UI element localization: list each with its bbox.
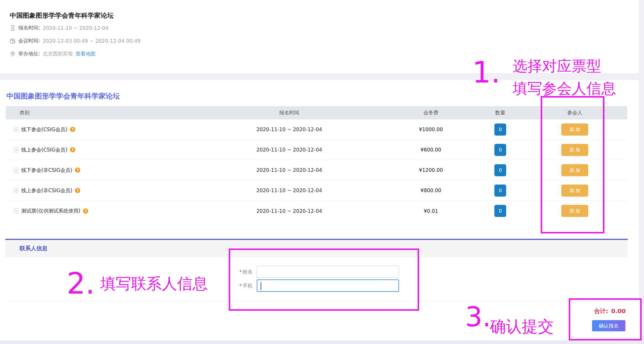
ticket-time: 2020-11-10 ~ 2020-12-04: [195, 167, 384, 173]
confirm-registration-button[interactable]: 确认报名: [592, 320, 625, 331]
address-label: 举办地址:: [18, 50, 40, 57]
table-row: + 线下参会(非CSIG会员) ? 2020-11-10 ~ 2020-12-0…: [6, 160, 627, 180]
total-line: 合计:0.00: [502, 307, 626, 315]
annotation-step1-number: 1.: [472, 58, 500, 87]
signup-time-label: 报名时间:: [18, 24, 40, 31]
add-attendee-button[interactable]: 添 加: [561, 144, 588, 156]
col-header-attendee: 参会人: [522, 109, 627, 116]
signup-time-value: 2020-11-10 ~ 2020-12-04: [43, 25, 109, 31]
contact-name-row: *姓名: [227, 266, 399, 278]
add-attendee-button[interactable]: 添 加: [561, 185, 588, 197]
total-value: 0.00: [611, 307, 626, 315]
address-value: 北京西郊宾馆: [43, 50, 73, 57]
signup-time-row: 报名时间: 2020-11-10 ~ 2020-12-04: [10, 24, 108, 31]
col-header-fee: 会务费: [384, 109, 478, 116]
ticket-fee: ¥800.00: [384, 187, 478, 193]
ticket-time: 2020-11-10 ~ 2020-12-04: [195, 187, 384, 193]
contact-section-header: 联系人信息: [5, 240, 628, 257]
annotation-step3-text: 确认提交: [490, 316, 554, 338]
ticket-table: 类别 报名时间 会务费 数量 参会人 + 线下参会(CSIG会员) ? 2020…: [6, 106, 627, 221]
phone-field-label: *手机: [227, 282, 257, 289]
phone-label-text: 手机: [243, 283, 253, 289]
ticket-category: 线下参会(非CSIG会员): [21, 167, 72, 174]
annotation-step1-line1: 选择对应票型: [513, 55, 616, 77]
meeting-time-row: 会议时间: 2020-12-03 00:49 ~ 2020-12-04 00:4…: [10, 37, 140, 44]
col-header-category: 类别: [6, 109, 195, 116]
ticket-category: 线上参会(CSIG会员): [21, 147, 67, 153]
ticket-category: 线下参会(CSIG会员): [21, 126, 67, 133]
annotation-step1-text: 选择对应票型 填写参会人信息: [513, 55, 616, 100]
annotation-step2-number: 2.: [67, 269, 95, 298]
expand-icon[interactable]: +: [14, 127, 19, 132]
col-header-time: 报名时间: [195, 109, 384, 116]
add-attendee-button[interactable]: 添 加: [561, 164, 588, 176]
help-icon[interactable]: ?: [70, 127, 75, 132]
quantity-badge[interactable]: 0: [494, 144, 506, 156]
footer-band: [0, 340, 644, 344]
ticket-time: 2020-11-10 ~ 2020-12-04: [195, 208, 384, 214]
ticket-category: 测试票(仅供测试系统使用): [21, 208, 80, 214]
ticket-fee: ¥0.01: [384, 208, 478, 214]
ticket-fee: ¥600.00: [384, 147, 478, 153]
help-icon[interactable]: ?: [83, 208, 88, 214]
expand-icon[interactable]: +: [14, 188, 19, 193]
hourglass-icon: [10, 25, 16, 31]
table-row: + 线下参会(CSIG会员) ? 2020-11-10 ~ 2020-12-04…: [6, 119, 627, 140]
name-field-label: *姓名: [227, 269, 257, 275]
annotation-step3-number: 3.: [465, 304, 491, 331]
quantity-badge[interactable]: 0: [494, 205, 506, 217]
event-title: 中国图象图形学学会青年科学家论坛: [10, 11, 114, 20]
ticket-category: 线上参会(非CSIG会员): [21, 187, 72, 194]
location-pin-icon: [10, 51, 16, 57]
table-row: + 线上参会(CSIG会员) ? 2020-11-10 ~ 2020-12-04…: [6, 140, 627, 160]
expand-icon[interactable]: +: [14, 208, 19, 213]
quantity-badge[interactable]: 0: [494, 164, 506, 176]
name-label-text: 姓名: [243, 269, 253, 275]
table-row: + 线上参会(非CSIG会员) ? 2020-11-10 ~ 2020-12-0…: [6, 180, 627, 201]
ticket-time: 2020-11-10 ~ 2020-12-04: [195, 126, 384, 132]
phone-input[interactable]: [257, 279, 399, 292]
help-icon[interactable]: ?: [75, 167, 80, 173]
calendar-icon: [10, 38, 16, 44]
name-input[interactable]: [257, 266, 399, 278]
annotation-step2-text: 填写联系人信息: [100, 274, 208, 294]
ticket-fee: ¥1200.00: [384, 167, 478, 173]
ticket-section-title[interactable]: 中国图象图形学学会青年科学家论坛: [6, 91, 120, 101]
annotation-step1-line2: 填写参会人信息: [513, 77, 616, 100]
view-map-link[interactable]: 查看地图: [76, 50, 96, 57]
help-icon[interactable]: ?: [75, 188, 80, 193]
col-header-qty: 数量: [478, 109, 522, 116]
add-attendee-button[interactable]: 添 加: [561, 205, 588, 217]
required-asterisk: *: [240, 283, 242, 289]
contact-section-title: 联系人信息: [19, 245, 48, 252]
ticket-table-header: 类别 报名时间 会务费 数量 参会人: [6, 106, 627, 119]
total-label: 合计:: [594, 307, 608, 315]
meeting-time-value: 2020-12-03 00:49 ~ 2020-12-04 00:49: [43, 38, 140, 44]
add-attendee-button[interactable]: 添 加: [561, 124, 588, 136]
meeting-time-label: 会议时间:: [18, 37, 40, 44]
horizontal-divider: [5, 301, 628, 302]
text-cursor: [261, 282, 261, 290]
ticket-fee: ¥1000.00: [384, 126, 478, 132]
required-asterisk: *: [240, 269, 242, 275]
address-row: 举办地址: 北京西郊宾馆 查看地图: [10, 50, 96, 57]
table-row: + 测试票(仅供测试系统使用) ? 2020-11-10 ~ 2020-12-0…: [6, 201, 627, 221]
quantity-badge[interactable]: 0: [494, 185, 506, 197]
expand-icon[interactable]: +: [14, 147, 19, 152]
help-icon[interactable]: ?: [70, 147, 75, 152]
contact-phone-row: *手机: [227, 279, 399, 292]
ticket-time: 2020-11-10 ~ 2020-12-04: [195, 147, 384, 153]
expand-icon[interactable]: +: [14, 168, 19, 173]
quantity-badge[interactable]: 0: [494, 124, 506, 136]
